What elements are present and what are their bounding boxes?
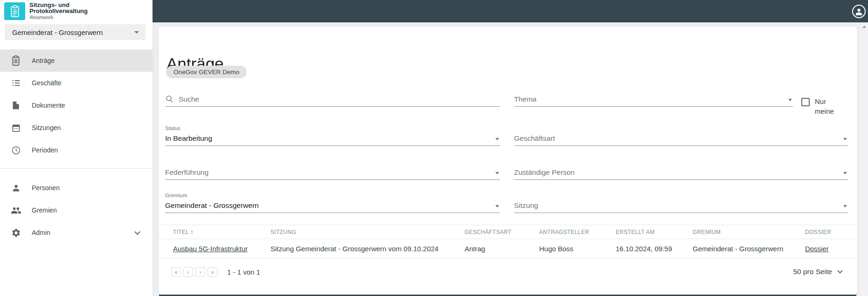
antraege-table: TITEL↑ SITZUNG GESCHÄFTSART ANTRAGSTELLE… — [159, 225, 857, 258]
antraege-panel: Anträge OneGov GEVER Demo Thema Nur mein… — [159, 27, 857, 295]
column-header-gremium[interactable]: GREMIUM — [693, 229, 805, 235]
sidebar-item-label: Sitzungen — [32, 124, 61, 131]
antragsteller-cell: Hugo Boss — [539, 245, 616, 253]
demo-chip: OneGov GEVER Demo — [166, 66, 247, 78]
titel-link[interactable]: Ausbau 5G-Infrastruktur — [173, 245, 271, 253]
per-page-value: 50 pro Seite — [793, 268, 832, 276]
user-avatar-button[interactable] — [852, 5, 866, 18]
sort-ascending-icon: ↑ — [190, 228, 194, 235]
nur-meine-checkbox-group[interactable]: Nur meine — [801, 96, 837, 116]
federfuehrung-placeholder: Federführung — [165, 168, 208, 177]
sidebar: Gemeinderat - Grossgerwern Anträge Ge — [0, 22, 153, 296]
dossier-link[interactable]: Dossier — [805, 245, 848, 253]
table-header-row: TITEL↑ SITZUNG GESCHÄFTSART ANTRAGSTELLE… — [159, 225, 857, 239]
app-logo-clipboard-icon — [4, 2, 25, 20]
table-row: Ausbau 5G-Infrastruktur Sitzung Gemeinde… — [159, 239, 857, 258]
status-label: Status — [165, 125, 181, 131]
sidebar-item-label: Admin — [32, 229, 50, 236]
dropdown-arrow-icon — [495, 205, 499, 207]
geschaeftsart-dropdown[interactable]: Geschäftsart — [514, 131, 848, 146]
chevron-down-icon — [134, 31, 139, 34]
geschaeftsart-placeholder: Geschäftsart — [514, 134, 555, 143]
vertical-scrollbar[interactable] — [860, 22, 868, 296]
next-page-button[interactable]: › — [195, 267, 205, 277]
dropdown-arrow-icon — [495, 172, 499, 174]
search-input[interactable] — [179, 95, 500, 103]
federfuehrung-dropdown[interactable]: Federführung — [165, 165, 500, 180]
sidebar-item-dokumente[interactable]: Dokumente — [0, 94, 153, 117]
sidebar-item-geschaefte[interactable]: Geschäfte — [0, 72, 153, 94]
sidebar-item-gremien[interactable]: Gremien — [0, 199, 153, 221]
gear-icon — [10, 227, 21, 238]
gremium-value: Gemeinderat - Grossgerwern — [165, 201, 259, 210]
previous-page-button[interactable]: ‹ — [183, 267, 193, 277]
dropdown-arrow-icon — [843, 205, 847, 207]
body-selector-value: Gemeinderat - Grossgerwern — [12, 28, 134, 36]
sidebar-item-label: Dokumente — [32, 102, 65, 109]
column-header-erstellt-am[interactable]: ERSTELLT AM — [616, 229, 693, 235]
clock-icon — [10, 145, 21, 156]
last-page-button[interactable]: » — [208, 267, 217, 277]
sidebar-item-personen[interactable]: Personen — [0, 177, 153, 199]
search-field[interactable] — [165, 92, 500, 107]
scroll-up-arrow-icon[interactable] — [862, 26, 866, 28]
chevron-down-icon — [837, 268, 842, 273]
gremium-label: Gremium — [165, 193, 187, 198]
sidebar-divider — [0, 168, 153, 169]
sitzung-placeholder: Sitzung — [514, 201, 538, 210]
people-icon — [10, 205, 21, 216]
sidebar-item-label: Geschäfte — [32, 79, 62, 87]
column-header-antragsteller[interactable]: ANTRAGSTELLER — [539, 229, 616, 235]
sitzung-dropdown[interactable]: Sitzung — [514, 198, 848, 213]
pagination-range: 1 - 1 von 1 — [227, 268, 260, 276]
column-header-geschaeftsart[interactable]: GESCHÄFTSART — [465, 229, 539, 235]
status-dropdown[interactable]: Status In Bearbeitung — [165, 125, 500, 146]
paginator: « ‹ › » 1 - 1 von 1 — [171, 267, 260, 277]
app-vendor: 4teamwork — [29, 14, 88, 21]
sidebar-item-label: Anträge — [32, 57, 55, 64]
body-selector-dropdown[interactable]: Gemeinderat - Grossgerwern — [5, 24, 146, 40]
sidebar-item-sitzungen[interactable]: Sitzungen — [0, 117, 153, 139]
status-value: In Bearbeitung — [165, 134, 212, 143]
dropdown-arrow-icon — [788, 99, 792, 101]
zustaendige-person-dropdown[interactable]: Zuständige Person — [514, 165, 848, 180]
column-header-sitzung[interactable]: SITZUNG — [271, 229, 465, 235]
first-page-button[interactable]: « — [171, 267, 181, 277]
person-icon — [10, 182, 21, 193]
app-title-line2: Protokollverwaltung — [29, 8, 88, 14]
nur-meine-checkbox[interactable] — [801, 98, 810, 106]
thema-placeholder: Thema — [514, 95, 536, 103]
app-header: Sitzungs- und Protokollverwaltung 4teamw… — [0, 0, 153, 22]
dropdown-arrow-icon — [495, 138, 499, 140]
sitzung-cell: Sitzung Gemeinderat - Grossgerwern vom 0… — [271, 245, 465, 253]
sidebar-item-admin[interactable]: Admin — [0, 221, 153, 244]
sidebar-item-label: Gremien — [32, 207, 57, 214]
user-avatar-icon — [853, 6, 865, 17]
gremium-dropdown[interactable]: Gremium Gemeinderat - Grossgerwern — [165, 193, 500, 213]
sidebar-item-label: Perioden — [32, 146, 58, 154]
column-header-titel[interactable]: TITEL↑ — [173, 228, 271, 235]
erstellt-am-cell: 16.10.2024, 09:59 — [616, 245, 693, 253]
zustaendige-person-placeholder: Zuständige Person — [514, 168, 575, 177]
clipboard-icon — [10, 55, 21, 66]
column-header-dossier[interactable]: DOSSIER — [805, 229, 848, 235]
dropdown-arrow-icon — [843, 138, 847, 140]
nur-meine-label: Nur meine — [815, 96, 837, 116]
geschaeftsart-cell: Antrag — [465, 245, 539, 253]
sidebar-item-antraege[interactable]: Anträge — [0, 49, 153, 72]
chevron-down-icon — [134, 229, 140, 235]
list-icon — [10, 77, 21, 89]
per-page-select[interactable]: 50 pro Seite — [793, 268, 842, 276]
app-window: Sitzungs- und Protokollverwaltung 4teamw… — [0, 0, 868, 296]
document-icon — [10, 100, 21, 111]
thema-dropdown[interactable]: Thema — [514, 92, 793, 107]
gremium-cell: Gemeinderat - Grossgerwern — [693, 245, 805, 253]
sidebar-item-label: Personen — [32, 184, 60, 192]
search-icon — [165, 95, 174, 103]
dropdown-arrow-icon — [843, 172, 847, 174]
sidebar-item-perioden[interactable]: Perioden — [0, 139, 153, 161]
calendar-icon — [10, 122, 21, 133]
